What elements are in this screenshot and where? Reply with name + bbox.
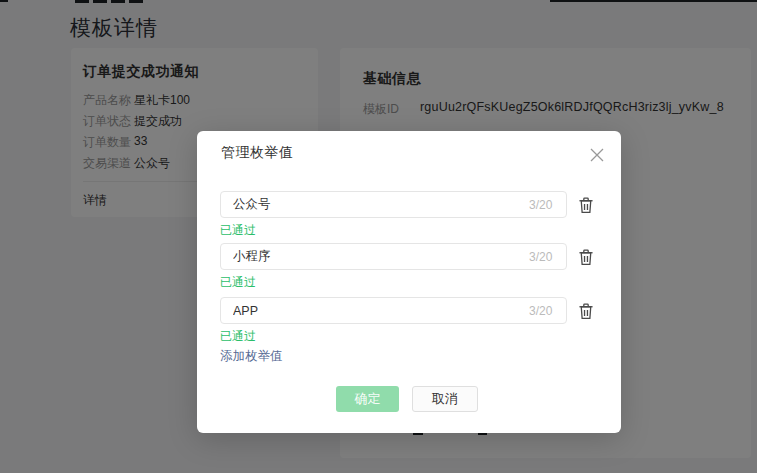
char-counter: 3/20 [529,250,552,264]
cancel-button[interactable]: 取消 [412,386,478,412]
trash-icon[interactable] [577,302,595,321]
char-counter: 3/20 [529,198,552,212]
manage-enum-dialog: 管理枚举值 3/20 已通过 3/20 已通过 3/20 已通过 添加枚举值 确… [197,131,621,433]
status-approved: 已通过 [220,274,256,291]
status-approved: 已通过 [220,222,256,239]
close-icon[interactable] [587,145,607,165]
trash-icon[interactable] [577,248,595,267]
status-approved: 已通过 [220,328,256,345]
confirm-button[interactable]: 确定 [336,386,399,412]
enum-value-input[interactable] [220,297,567,324]
trash-icon[interactable] [577,196,595,215]
char-counter: 3/20 [529,304,552,318]
add-enum-link[interactable]: 添加枚举值 [220,348,283,365]
enum-value-input[interactable] [220,243,567,270]
dialog-title: 管理枚举值 [221,144,294,162]
enum-value-input[interactable] [220,191,567,218]
